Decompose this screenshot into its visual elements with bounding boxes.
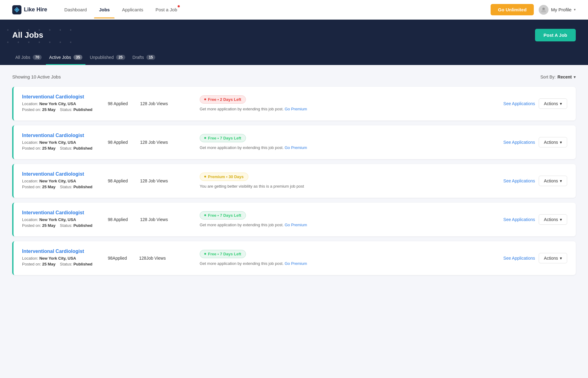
sort-chevron-icon: ▾ xyxy=(574,74,576,79)
job-title[interactable]: Interventional Cardiologist xyxy=(22,133,102,138)
actions-chevron-icon: ▾ xyxy=(560,217,562,222)
status-dot xyxy=(204,176,206,178)
job-info: Interventional Cardiologist Location: Ne… xyxy=(22,133,102,152)
brand-name: Like Hire xyxy=(24,6,47,13)
tab-all-jobs[interactable]: All Jobs 70 xyxy=(12,51,45,65)
job-card: Interventional Cardiologist Location: Ne… xyxy=(12,164,576,198)
job-title[interactable]: Interventional Cardiologist xyxy=(22,249,102,254)
tab-unpublished-label: Unpublished xyxy=(90,55,114,60)
svg-point-2 xyxy=(542,8,545,10)
job-posted: Posted on: 25 May Status: Published xyxy=(22,107,102,112)
job-applied-count: 98Applied xyxy=(108,256,127,261)
status-description: Get more application by extending this j… xyxy=(200,261,488,267)
job-stats: 98 Applied 128 Job Views xyxy=(108,140,194,145)
go-premium-link[interactable]: Go Premium xyxy=(285,107,307,111)
status-badge: Premium • 30 Days xyxy=(200,173,248,181)
actions-button[interactable]: Actions ▾ xyxy=(539,253,567,263)
actions-button[interactable]: Actions ▾ xyxy=(539,176,567,186)
job-location: Location: New York City, USA xyxy=(22,179,102,183)
tab-drafts[interactable]: Drafts 15 xyxy=(130,51,159,65)
go-premium-link[interactable]: Go Premium xyxy=(285,223,307,227)
avatar xyxy=(539,5,548,15)
job-title[interactable]: Interventional Cardiologist xyxy=(22,210,102,216)
sort-by-value: Recent xyxy=(557,74,572,79)
main-content: Showing 10 Active Jobs Sort By: Recent ▾… xyxy=(0,65,588,284)
job-location: Location: New York City, USA xyxy=(22,256,102,261)
job-stats: 98 Applied 128 Job Views xyxy=(108,101,194,106)
status-description: You are getting better visibility as thi… xyxy=(200,183,488,189)
job-actions: See Applications Actions ▾ xyxy=(494,214,567,225)
job-card: Interventional Cardiologist Location: Ne… xyxy=(12,125,576,159)
my-profile-button[interactable]: My Profile ▾ xyxy=(539,5,576,15)
actions-chevron-icon: ▾ xyxy=(560,140,562,145)
status-badge: Free • 2 Days Left xyxy=(200,95,246,104)
see-applications-button[interactable]: See Applications xyxy=(503,140,535,145)
job-location: Location: New York City, USA xyxy=(22,101,102,106)
status-description: Get more application by extending this j… xyxy=(200,222,488,228)
see-applications-button[interactable]: See Applications xyxy=(503,217,535,222)
tab-all-jobs-label: All Jobs xyxy=(15,55,30,60)
job-card: Interventional Cardiologist Location: Ne… xyxy=(12,203,576,236)
sort-by-label: Sort By: xyxy=(541,74,556,79)
status-dot xyxy=(204,137,206,139)
tab-unpublished[interactable]: Unpublished 25 xyxy=(87,51,128,65)
tab-active-jobs[interactable]: Active Jobs 35 xyxy=(46,51,85,65)
actions-chevron-icon: ▾ xyxy=(560,256,562,261)
job-info: Interventional Cardiologist Location: Ne… xyxy=(22,94,102,113)
status-dot xyxy=(204,98,206,100)
job-status-area: Free • 7 Days Left Get more application … xyxy=(200,211,488,228)
job-stats: 98 Applied 128 Job Views xyxy=(108,217,194,222)
navbar: Like Hire Dashboard Jobs Applicants Post… xyxy=(0,0,588,20)
see-applications-button[interactable]: See Applications xyxy=(503,178,535,183)
actions-button[interactable]: Actions ▾ xyxy=(539,214,567,225)
go-unlimited-button[interactable]: Go Unlimited xyxy=(491,4,534,15)
go-premium-link[interactable]: Go Premium xyxy=(285,145,307,150)
job-location: Location: New York City, USA xyxy=(22,217,102,222)
job-card: Interventional Cardiologist Location: Ne… xyxy=(12,241,576,275)
job-views-count: 128 Job Views xyxy=(140,217,168,222)
job-views-count: 128Job Views xyxy=(139,256,166,261)
post-a-job-button[interactable]: Post A Job xyxy=(535,29,576,41)
see-applications-button[interactable]: See Applications xyxy=(503,101,535,106)
job-views-count: 128 Job Views xyxy=(140,101,168,106)
job-actions: See Applications Actions ▾ xyxy=(494,253,567,263)
actions-button[interactable]: Actions ▾ xyxy=(539,98,567,109)
see-applications-button[interactable]: See Applications xyxy=(503,256,535,261)
navbar-right: Go Unlimited My Profile ▾ xyxy=(491,4,576,15)
sort-by-control[interactable]: Sort By: Recent ▾ xyxy=(541,74,576,79)
hero-dots: · · · · · · ·· · · · · · ·· · · · · · · xyxy=(6,20,74,48)
status-description: Get more application by extending this j… xyxy=(200,106,488,112)
job-status-area: Free • 7 Days Left Get more application … xyxy=(200,134,488,151)
job-location: Location: New York City, USA xyxy=(22,140,102,145)
tab-unpublished-badge: 25 xyxy=(116,55,125,60)
svg-point-1 xyxy=(16,9,18,11)
status-badge: Free • 7 Days Left xyxy=(200,134,246,142)
job-posted: Posted on: 25 May Status: Published xyxy=(22,185,102,189)
tab-drafts-badge: 15 xyxy=(146,55,155,60)
actions-button[interactable]: Actions ▾ xyxy=(539,137,567,147)
profile-chevron-icon: ▾ xyxy=(574,8,576,12)
post-a-job-dot xyxy=(178,5,180,7)
job-title[interactable]: Interventional Cardiologist xyxy=(22,171,102,177)
go-premium-link[interactable]: Go Premium xyxy=(285,261,307,266)
job-actions: See Applications Actions ▾ xyxy=(494,176,567,186)
nav-dashboard[interactable]: Dashboard xyxy=(59,1,92,18)
job-info: Interventional Cardiologist Location: Ne… xyxy=(22,249,102,268)
brand-logo[interactable]: Like Hire xyxy=(12,5,47,14)
job-info: Interventional Cardiologist Location: Ne… xyxy=(22,210,102,229)
hero-banner: · · · · · · ·· · · · · · ·· · · · · · · … xyxy=(0,20,588,51)
job-posted: Posted on: 25 May Status: Published xyxy=(22,223,102,228)
job-posted: Posted on: 25 May Status: Published xyxy=(22,146,102,151)
showing-count: Showing 10 Active Jobs xyxy=(12,74,61,79)
job-status-area: Free • 7 Days Left Get more application … xyxy=(200,250,488,267)
job-views-count: 128 Job Views xyxy=(140,140,168,145)
tab-all-jobs-badge: 70 xyxy=(33,55,42,60)
tab-drafts-label: Drafts xyxy=(133,55,144,60)
nav-jobs[interactable]: Jobs xyxy=(94,1,115,18)
nav-applicants[interactable]: Applicants xyxy=(117,1,148,18)
job-posted: Posted on: 25 May Status: Published xyxy=(22,262,102,266)
job-title[interactable]: Interventional Cardiologist xyxy=(22,94,102,100)
status-description: Get more application by extending this j… xyxy=(200,145,488,151)
nav-post-a-job[interactable]: Post a Job xyxy=(151,1,182,18)
job-info: Interventional Cardiologist Location: Ne… xyxy=(22,171,102,190)
